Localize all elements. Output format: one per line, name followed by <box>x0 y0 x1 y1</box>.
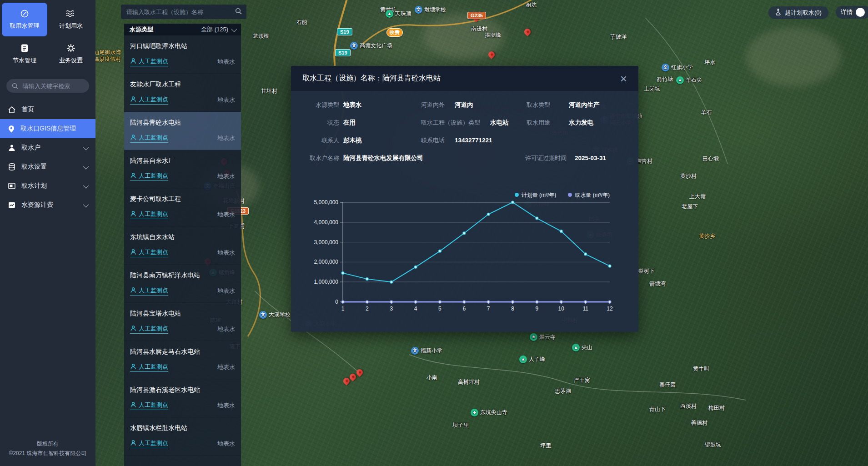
monitor-type-link[interactable]: 人工监测点 <box>130 57 168 66</box>
map-label: 文墩塘学校 <box>415 6 446 14</box>
map-label: 思茅湖 <box>555 388 571 395</box>
detail-toggle[interactable]: 详情 <box>836 6 868 19</box>
map-label: ♣聚云寺 <box>530 333 556 341</box>
mountain-poi-icon: ▲ <box>519 356 527 363</box>
station-list-item[interactable]: 友能水厂取水工程人工监测点地表水 <box>124 74 241 112</box>
station-list-item[interactable]: 陆河县南万镇杞洋水电站人工监测点地表水 <box>124 265 241 303</box>
chart-legend: 计划量 (m³/年)取水量 (m³/年) <box>304 191 610 199</box>
gauge-icon <box>20 9 29 18</box>
field-label: 取水户名称 <box>304 150 339 167</box>
station-name: 陆河县宝塔水电站 <box>130 310 235 318</box>
map-label: ▲尖山 <box>572 344 592 351</box>
legend-item[interactable]: 取水量 (m³/年) <box>568 191 610 199</box>
station-list-item[interactable]: 陆河县激石溪老区水电站人工监测点地表水 <box>124 379 241 417</box>
map-label: 坪里 <box>540 442 551 449</box>
map-label-text: 上岗坑 <box>644 85 660 92</box>
sidebar-search-input[interactable] <box>22 82 87 90</box>
field-value: 2025-03-31 <box>575 155 606 161</box>
monitor-type-link[interactable]: 人工监测点 <box>130 134 168 143</box>
water-source-type: 地表水 <box>217 401 235 410</box>
map-label: 龙颈根 <box>253 33 269 40</box>
monitor-type-link[interactable]: 人工监测点 <box>130 172 168 181</box>
station-search-input[interactable] <box>125 8 235 16</box>
map-label: 青山下 <box>649 406 666 413</box>
monitor-type-link[interactable]: 人工监测点 <box>130 286 168 296</box>
station-search[interactable] <box>121 5 246 19</box>
module-label: 计划用水 <box>59 22 83 30</box>
monitor-type-link[interactable]: 人工监测点 <box>130 325 168 334</box>
person-icon <box>130 249 136 256</box>
station-list-item[interactable]: 河口镇唱歌潭水电站人工监测点地表水 <box>124 35 241 74</box>
map-label-text: 福新小学 <box>421 347 442 354</box>
road-badge: G235 <box>467 12 486 19</box>
school-poi-icon: 文 <box>415 6 422 14</box>
sidebar-item-水资源计费[interactable]: 水资源计费 <box>0 195 95 215</box>
sidebar-item-取水计划[interactable]: 取水计划 <box>0 176 95 195</box>
map-label: 上大塘 <box>689 193 706 200</box>
station-list-item[interactable]: 陆河县宝塔水电站人工监测点地表水 <box>124 303 241 341</box>
map-label-text: 人子峰 <box>529 356 545 363</box>
map-label: 高树坪村 <box>458 379 480 386</box>
module-1-button[interactable]: 取用水管理 <box>2 3 47 36</box>
over-plan-intake-button[interactable]: 超计划取水(0) <box>768 6 828 19</box>
water-source-type: 地表水 <box>217 96 235 104</box>
map-label-text: 甘坪村 <box>261 88 277 95</box>
station-list-item[interactable]: 陆河县青砼水电站人工监测点地表水 <box>124 112 241 150</box>
monitor-type-link[interactable]: 人工监测点 <box>130 439 168 448</box>
station-list-item[interactable]: 东坑镇自来水站人工监测点地表水 <box>124 226 241 265</box>
map-label-text: 严王窝 <box>574 377 590 384</box>
monitor-type-link[interactable]: 人工监测点 <box>130 248 168 257</box>
sidebar-item-取水口GIS信息管理[interactable]: 取水口GIS信息管理 <box>0 119 95 138</box>
search-icon[interactable] <box>235 8 242 16</box>
svg-text:0: 0 <box>335 299 338 305</box>
map-label-text: 汕尾御水湾 温泉度假村 <box>94 49 121 63</box>
map-label-text: 芋陂洋 <box>610 34 627 40</box>
field-row: 取水户名称陆河县青砼水电发展有限公司 许可证过期时间2025-03-31 <box>304 149 626 166</box>
map-label-text: 寨仔窝 <box>659 381 676 388</box>
filter-dropdown[interactable]: 全部 (125) <box>201 25 236 34</box>
map-label-text: 善德村 <box>691 420 707 426</box>
module-2-button[interactable]: 计划用水 <box>48 3 94 36</box>
detail-toggle-label: 详情 <box>841 8 853 16</box>
mountain-poi-icon: ▲ <box>572 344 580 351</box>
sidebar-search[interactable] <box>6 79 89 93</box>
map-label-text: 天珠顶 <box>395 10 411 17</box>
station-name: 麦卡公司取水工程 <box>130 195 235 203</box>
sidebar-item-首页[interactable]: 首页 <box>0 100 95 119</box>
station-list-item[interactable]: 陆河县自来水厂人工监测点地表水 <box>124 150 241 188</box>
monitor-type-link[interactable]: 人工监测点 <box>130 95 168 105</box>
sidebar-item-取水户[interactable]: 取水户 <box>0 138 95 157</box>
svg-text:7: 7 <box>487 306 490 312</box>
school-poi-icon: 文 <box>259 311 267 319</box>
toggle-knob[interactable] <box>856 8 865 17</box>
module-label: 节水管理 <box>13 56 36 65</box>
module-3-button[interactable]: 节水管理 <box>2 37 47 71</box>
mountain-poi-icon: ▲ <box>386 10 393 18</box>
station-list-item[interactable]: 麦卡公司取水工程人工监测点地表水 <box>124 188 241 226</box>
map-label-text: 老屋下 <box>682 203 698 210</box>
map-label: 梅田村 <box>708 405 725 411</box>
chevron-down-icon <box>83 144 89 150</box>
legend-item[interactable]: 计划量 (m³/年) <box>515 191 557 199</box>
map-label: 黄牛叫 <box>693 366 709 372</box>
field-label: 联系人 <box>304 132 339 149</box>
chart-icon <box>8 200 15 210</box>
map-label: 锣鼓坑 <box>705 441 721 448</box>
monitor-type-link[interactable]: 人工监测点 <box>130 210 168 219</box>
search-icon <box>12 81 18 90</box>
map-label: 芋陂洋 <box>610 34 627 40</box>
monitor-type-link[interactable]: 人工监测点 <box>130 363 168 372</box>
person-icon <box>130 96 136 104</box>
filter-value: 全部 (125) <box>201 25 228 34</box>
chevron-down-icon <box>83 201 89 207</box>
person-icon <box>130 363 136 371</box>
sidebar-item-取水设置[interactable]: 取水设置 <box>0 157 95 176</box>
monitor-type-link[interactable]: 人工监测点 <box>130 401 168 410</box>
module-label: 业务设置 <box>59 56 83 65</box>
station-name: 陆河县水唇走马石水电站 <box>130 348 235 356</box>
station-list-item[interactable]: 陆河县水唇走马石水电站人工监测点地表水 <box>124 341 241 379</box>
map-label-text: 黄沙乡 <box>699 233 715 240</box>
close-icon[interactable]: × <box>620 73 627 85</box>
station-list-item[interactable]: 水唇镇水栏肚水电站人工监测点地表水 <box>124 417 241 456</box>
module-4-button[interactable]: 业务设置 <box>48 37 94 71</box>
